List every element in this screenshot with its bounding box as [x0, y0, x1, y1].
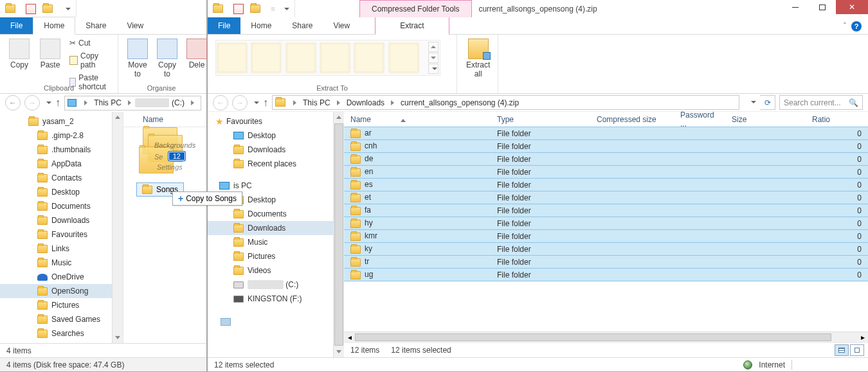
table-row[interactable]: kyFile folder0	[344, 242, 868, 256]
tab-file[interactable]: File	[0, 17, 33, 34]
crumb-drive[interactable]: (C:)	[169, 98, 187, 107]
forward-button[interactable]: →	[232, 95, 248, 111]
nav-item-documents[interactable]: Documents	[0, 199, 123, 213]
nav-pc-documents[interactable]: Documents	[208, 207, 333, 221]
col-name[interactable]: Name	[344, 115, 491, 124]
breadcrumb[interactable]: This PC XXXXX (C:)	[64, 96, 201, 111]
refresh-button[interactable]: ⟳	[760, 95, 775, 110]
gallery-folder-icon[interactable]	[354, 43, 384, 73]
nav-item-pictures[interactable]: Pictures	[0, 298, 123, 312]
table-row[interactable]: cnhFile folder0	[344, 139, 868, 153]
scroll-left-icon[interactable]: ◂	[344, 332, 355, 342]
nav-pc-downloads[interactable]: Downloads	[208, 221, 333, 235]
nav-favourites[interactable]: ★Favourites	[208, 114, 333, 128]
table-row[interactable]: trFile folder0	[344, 255, 868, 269]
table-row[interactable]: hyFile folder0	[344, 217, 868, 230]
details-view-button[interactable]	[835, 344, 849, 356]
up-button[interactable]: ↑	[55, 97, 60, 109]
gallery-folder-icon[interactable]	[286, 43, 316, 73]
col-compressed-size[interactable]: Compressed size	[590, 115, 674, 124]
qat-menu-icon[interactable]	[284, 8, 289, 10]
gallery-more-icon[interactable]	[428, 64, 439, 74]
nav-fav-recent-places[interactable]: Recent places	[208, 157, 333, 171]
nav-item--gimp-2-8[interactable]: .gimp-2.8	[0, 128, 123, 143]
nav-item-appdata[interactable]: AppData	[0, 157, 123, 171]
nav-item-onedrive[interactable]: OneDrive	[0, 270, 123, 284]
tab-home[interactable]: Home	[240, 17, 282, 34]
column-header[interactable]: Name	[123, 112, 206, 127]
table-row[interactable]: arFile folder0	[344, 127, 868, 140]
nav-item-music[interactable]: Music	[0, 256, 123, 270]
tab-share[interactable]: Share	[282, 17, 323, 34]
scroll-up-icon[interactable]	[113, 112, 123, 123]
maximize-button[interactable]	[809, 0, 836, 14]
scroll-down-icon[interactable]	[334, 346, 344, 357]
nav-item-opensong[interactable]: OpenSong	[0, 284, 123, 298]
table-row[interactable]: etFile folder0	[344, 191, 868, 204]
tab-extract[interactable]: Extract	[375, 17, 449, 35]
scroll-down-icon[interactable]	[113, 332, 123, 343]
nav-item-searches[interactable]: Searches	[0, 326, 123, 341]
forward-button[interactable]: →	[24, 95, 40, 111]
extract-all-button[interactable]: Extract all	[462, 37, 494, 80]
scroll-right-icon[interactable]: ▸	[857, 332, 868, 342]
close-button[interactable]: ✕	[836, 0, 868, 14]
nav-scrollbar[interactable]	[333, 112, 344, 357]
copy-path-button[interactable]: Copy path	[69, 50, 113, 71]
nav-item-yasam_2[interactable]: yasam_2	[0, 114, 123, 128]
nav-pc-videos[interactable]: Videos	[208, 263, 333, 278]
breadcrumb[interactable]: This PC Downloads current_allsongs_opens…	[272, 95, 739, 110]
table-row[interactable]: kmrFile folder0	[344, 229, 868, 243]
nav-pane-left[interactable]: yasam_2.gimp-2.8.thumbnailsAppDataContac…	[0, 112, 123, 343]
nav-item-saved-games[interactable]: Saved Games	[0, 312, 123, 326]
gallery-folder-icon[interactable]	[251, 43, 281, 73]
crumb-downloads[interactable]: Downloads	[344, 98, 387, 107]
nav-item-contacts[interactable]: Contacts	[0, 171, 123, 185]
history-menu-icon[interactable]	[46, 102, 51, 104]
collapse-ribbon-icon[interactable]: ˆ	[844, 22, 846, 31]
nav-fav-downloads[interactable]: Downloads	[208, 143, 333, 157]
crumb-this-pc[interactable]: This PC	[300, 98, 333, 107]
large-icons-view-button[interactable]	[850, 344, 864, 356]
crumb-masked[interactable]: XXXXX	[135, 98, 169, 107]
nav-pc-music[interactable]: Music	[208, 235, 333, 249]
address-dropdown-icon[interactable]	[743, 95, 760, 109]
nav-item-links[interactable]: Links	[0, 242, 123, 256]
crumb-zip[interactable]: current_allsongs_opensong (4).zip	[398, 98, 521, 107]
nav-pc-pictures[interactable]: Pictures	[208, 249, 333, 263]
scrollbar-horizontal[interactable]: ◂ ▸	[344, 332, 868, 342]
move-to-button[interactable]: Move to	[123, 37, 152, 80]
copy-to-button[interactable]: Copy to	[153, 37, 181, 80]
nav-pane-right[interactable]: ★Favourites DesktopDownloadsRecent place…	[208, 112, 333, 357]
folder-icon[interactable]	[42, 4, 53, 13]
history-menu-icon[interactable]	[254, 102, 259, 104]
qat-properties-icon[interactable]	[233, 4, 244, 14]
scroll-up-icon[interactable]	[428, 42, 439, 52]
tab-view[interactable]: View	[116, 17, 154, 34]
cut-button[interactable]: ✂Cut	[69, 37, 113, 49]
nav-network-cut[interactable]	[208, 315, 333, 329]
crumb-this-pc[interactable]: This PC	[91, 98, 124, 107]
nav-this-pc[interactable]: is PC	[208, 179, 333, 193]
tab-home[interactable]: Home	[33, 17, 75, 35]
col-password[interactable]: Password ...	[674, 112, 725, 128]
scroll-up-icon[interactable]	[334, 112, 344, 123]
gallery-folder-icon[interactable]	[389, 43, 419, 73]
nav-item--thumbnails[interactable]: .thumbnails	[0, 143, 123, 157]
nav-item-downloads[interactable]: Downloads	[0, 213, 123, 227]
minimize-button[interactable]	[782, 0, 809, 14]
gallery-folder-icon[interactable]	[320, 43, 350, 73]
help-icon[interactable]: ?	[851, 21, 862, 31]
gallery-folder-icon[interactable]	[217, 43, 247, 73]
nav-drive-f[interactable]: KINGSTON (F:)	[208, 292, 333, 306]
table-row[interactable]: faFile folder0	[344, 204, 868, 217]
back-button[interactable]: ←	[5, 95, 21, 111]
col-type[interactable]: Type	[491, 115, 590, 124]
scroll-down-icon[interactable]	[428, 53, 439, 63]
table-row[interactable]: enFile folder0	[344, 165, 868, 179]
nav-item-favourites[interactable]: Favourites	[0, 227, 123, 242]
col-ratio[interactable]: Ratio	[806, 115, 851, 124]
table-row[interactable]: deFile folder0	[344, 152, 868, 166]
destination-gallery[interactable]	[215, 40, 440, 76]
scrollbar-vertical[interactable]	[112, 112, 123, 343]
